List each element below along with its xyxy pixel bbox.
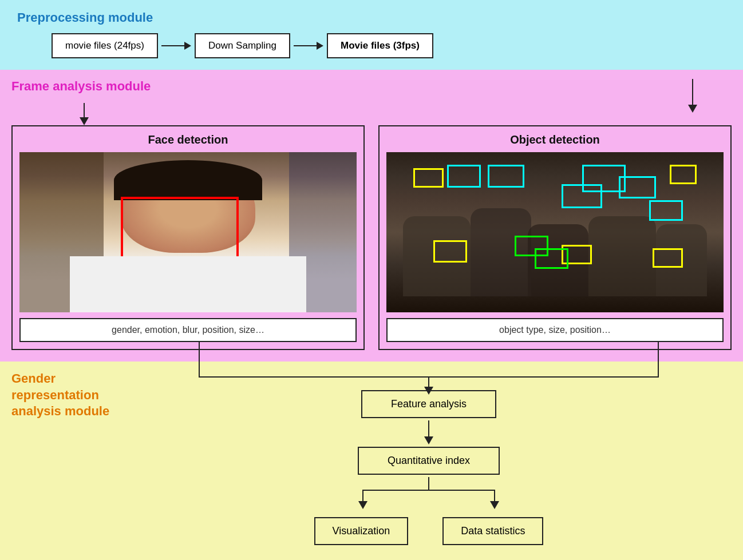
- object-detection-title: Object detection: [386, 133, 724, 146]
- quantitative-index-box: Quantitative index: [358, 447, 500, 475]
- face-detection-card: Face detection: [11, 125, 365, 350]
- gender-module-title-line2: analysis module: [11, 403, 126, 420]
- object-detection-label: object type, size, position…: [386, 318, 724, 342]
- object-detection-card: Object detection: [378, 125, 732, 350]
- face-detection-label: gender, emotion, blur, position, size…: [19, 318, 357, 342]
- pipeline-row: movie files (24fps) Down Sampling Movie …: [52, 33, 726, 58]
- data-statistics-box: Data statistics: [442, 517, 543, 545]
- face-detection-image: [19, 152, 357, 312]
- gender-module: Gender representation analysis module: [0, 362, 743, 560]
- preprocessing-module: Preprocessing module movie files (24fps)…: [0, 0, 743, 70]
- frame-analysis-module: Frame analysis module Face detection: [0, 70, 743, 362]
- preprocessing-title: Preprocessing module: [17, 10, 726, 25]
- detection-row: Face detection: [11, 125, 732, 350]
- movie-files-24fps-box: movie files (24fps): [52, 33, 158, 58]
- face-detection-box: [121, 197, 239, 264]
- down-sampling-box: Down Sampling: [195, 33, 290, 58]
- movie-files-3fps-box: Movie files (3fps): [327, 33, 433, 58]
- arrow-2: [294, 42, 323, 50]
- main-container: Preprocessing module movie files (24fps)…: [0, 0, 743, 560]
- object-detection-image: [386, 152, 724, 312]
- visualization-box: Visualization: [314, 517, 409, 545]
- face-detection-title: Face detection: [19, 133, 357, 146]
- arrow-1: [161, 42, 191, 50]
- gender-module-title-line1: Gender representation: [11, 371, 126, 403]
- frame-analysis-title: Frame analysis module: [11, 79, 151, 94]
